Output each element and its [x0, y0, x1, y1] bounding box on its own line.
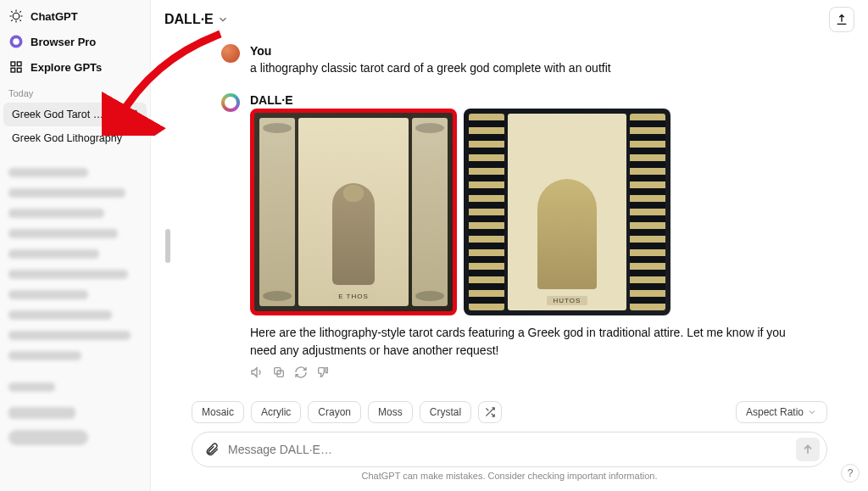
- generated-images-row: E THOS HUTOS: [250, 109, 798, 315]
- user-message: You a lithography classic tarot card of …: [221, 44, 798, 76]
- style-chip[interactable]: Moss: [368, 401, 413, 423]
- sidebar-explore-gpts[interactable]: Explore GPTs: [0, 54, 150, 80]
- sidebar-chatgpt-label: ChatGPT: [31, 10, 78, 23]
- svg-rect-6: [17, 68, 21, 72]
- sidebar-explore-label: Explore GPTs: [31, 61, 102, 74]
- style-chip[interactable]: Crystal: [420, 401, 471, 423]
- tarot-card-label: HUTOS: [547, 296, 588, 305]
- svg-rect-7: [128, 110, 137, 113]
- assistant-message: DALL·E E THOS HUTOS: [221, 93, 798, 379]
- message-actions: [250, 365, 798, 379]
- chat-row[interactable]: Greek God Lithography: [3, 127, 147, 149]
- chevron-down-icon: [217, 14, 229, 25]
- tarot-pillar-right: [412, 118, 448, 306]
- greek-god-figure: [332, 183, 375, 285]
- sidebar-blurred-history: [0, 150, 150, 463]
- sidebar-section-today: Today: [0, 80, 150, 102]
- shuffle-icon: [484, 406, 496, 418]
- tarot-card-label: E THOS: [331, 292, 376, 301]
- conversation: You a lithography classic tarot card of …: [151, 39, 868, 394]
- share-button[interactable]: [829, 7, 854, 32]
- sidebar-browserpro-label: Browser Pro: [31, 36, 96, 48]
- tarot-pillar-left: [469, 114, 504, 310]
- dalle-avatar: [221, 93, 240, 112]
- svg-point-2: [13, 38, 19, 45]
- style-chips-row: Mosaic Acrylic Crayon Moss Crystal Aspec…: [192, 401, 827, 423]
- grid-icon: [8, 59, 24, 75]
- chevron-down-icon: [807, 407, 817, 417]
- paperclip-icon: [204, 442, 220, 457]
- copy-icon[interactable]: [272, 365, 286, 379]
- style-chip[interactable]: Mosaic: [192, 401, 244, 423]
- composer: [192, 432, 827, 467]
- help-label: ?: [848, 467, 854, 479]
- style-chip[interactable]: Crayon: [308, 401, 361, 423]
- send-button[interactable]: [796, 438, 820, 461]
- tarot-pillar-left: [259, 118, 295, 306]
- assistant-author-label: DALL·E: [250, 93, 798, 107]
- user-prompt-text: a lithography classic tarot card of a gr…: [250, 59, 798, 76]
- archive-icon[interactable]: [126, 109, 138, 120]
- svg-point-0: [13, 13, 19, 20]
- aspect-ratio-label: Aspect Ratio: [746, 406, 804, 418]
- chat-row-label: Greek God Lithography: [12, 132, 138, 144]
- arrow-up-icon: [801, 443, 815, 456]
- read-aloud-icon[interactable]: [250, 365, 264, 379]
- style-chip[interactable]: Acrylic: [251, 401, 301, 423]
- thumbs-down-icon[interactable]: [316, 365, 330, 379]
- disclaimer-text: ChatGPT can make mistakes. Consider chec…: [192, 467, 827, 486]
- tarot-pillar-right: [630, 114, 665, 310]
- help-button[interactable]: ?: [841, 464, 860, 483]
- scrollbar-thumb[interactable]: [165, 229, 170, 263]
- sidebar-browser-pro[interactable]: Browser Pro: [0, 29, 150, 54]
- svg-rect-5: [11, 68, 15, 72]
- main-panel: DALL·E You a lithography classic tarot c…: [151, 0, 868, 491]
- chatgpt-icon: [8, 8, 24, 24]
- page-title[interactable]: DALL·E: [164, 12, 229, 27]
- chat-row-label: Greek God Tarot Cards: [12, 109, 108, 120]
- chat-row-active[interactable]: Greek God Tarot Cards ⋯: [3, 103, 147, 126]
- attach-button[interactable]: [203, 440, 221, 459]
- svg-rect-4: [17, 62, 21, 66]
- assistant-response-text: Here are the lithography-style tarot car…: [250, 324, 798, 359]
- composer-area: Mosaic Acrylic Crayon Moss Crystal Aspec…: [151, 394, 868, 491]
- shuffle-chip[interactable]: [478, 401, 502, 423]
- sidebar-chatgpt[interactable]: ChatGPT: [0, 3, 150, 29]
- more-icon[interactable]: ⋯: [108, 108, 126, 121]
- sidebar: ChatGPT Browser Pro Explore GPTs Today G…: [0, 0, 151, 491]
- browser-pro-icon: [8, 34, 24, 49]
- tarot-center: E THOS: [298, 118, 409, 306]
- user-avatar: [221, 44, 240, 63]
- user-author-label: You: [250, 44, 798, 58]
- message-input[interactable]: [228, 443, 789, 456]
- greek-god-seated: [537, 179, 597, 289]
- generated-image-1[interactable]: E THOS: [250, 109, 457, 315]
- tarot-center: HUTOS: [508, 114, 626, 310]
- generated-image-2[interactable]: HUTOS: [464, 109, 670, 315]
- page-title-text: DALL·E: [164, 12, 214, 27]
- aspect-ratio-button[interactable]: Aspect Ratio: [736, 401, 827, 423]
- topbar: DALL·E: [151, 0, 868, 39]
- regenerate-icon[interactable]: [294, 365, 308, 379]
- svg-rect-3: [11, 62, 15, 66]
- upload-icon: [835, 13, 849, 26]
